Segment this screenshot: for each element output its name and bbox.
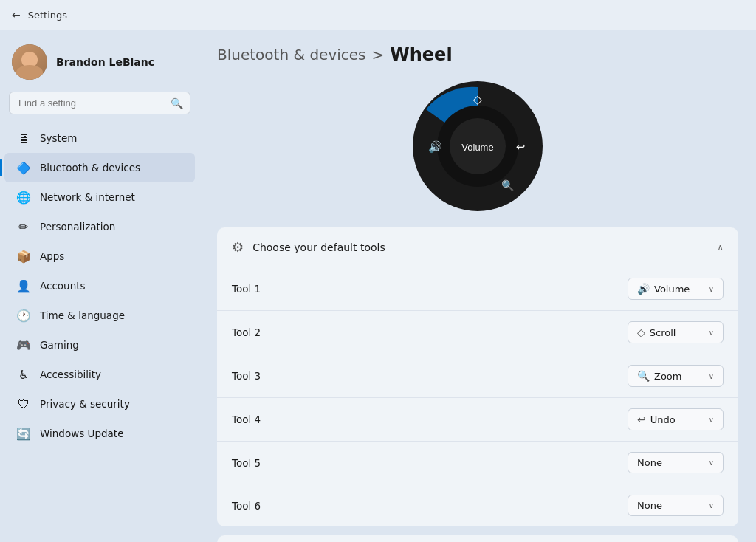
sidebar-item-accounts[interactable]: 👤 Accounts (4, 271, 195, 301)
tool-2-value: Scroll (650, 327, 676, 338)
tool-row-2: Tool 2 ◇ Scroll ∨ (217, 310, 738, 354)
sidebar-item-personalization[interactable]: ✏️ Personalization (4, 212, 195, 241)
tools-card: ⚙ Choose your default tools ∧ Tool 1 🔊 V… (217, 227, 738, 526)
sidebar-item-accessibility[interactable]: ♿ Accessibility (4, 360, 195, 389)
sidebar: Brandon LeBlanc 🔍 🖥 System 🔷 Bluetooth &… (0, 30, 199, 542)
tool-4-chevron: ∨ (709, 416, 714, 424)
tool-4-icon: ↩ (637, 414, 646, 425)
search-box: 🔍 (9, 92, 190, 114)
tool-3-icon: 🔍 (637, 370, 650, 382)
tools-header-left: ⚙ Choose your default tools (232, 239, 385, 255)
breadcrumb-parent: Bluetooth & devices (217, 46, 366, 64)
svg-text:Volume: Volume (461, 142, 493, 153)
tool-row-6: Tool 6 None ∨ (217, 484, 738, 526)
tool-5-value: None (637, 457, 662, 468)
personalization-icon: ✏️ (16, 219, 31, 234)
sidebar-label-windows-update: Windows Update (40, 428, 123, 439)
sidebar-item-gaming[interactable]: 🎮 Gaming (4, 330, 195, 360)
network-icon: 🌐 (16, 190, 31, 205)
sidebar-item-time[interactable]: 🕐 Time & language (4, 301, 195, 330)
tool-3-select[interactable]: 🔍 Zoom ∨ (628, 365, 724, 387)
windows-update-icon: 🔄 (16, 426, 31, 441)
main-layout: Brandon LeBlanc 🔍 🖥 System 🔷 Bluetooth &… (0, 30, 756, 542)
tool-6-select-inner: None (637, 500, 662, 511)
breadcrumb: Bluetooth & devices > Wheel (217, 44, 738, 65)
tools-header-icon: ⚙ (232, 239, 244, 255)
tool-3-select-inner: 🔍 Zoom (637, 370, 681, 382)
tool-5-chevron: ∨ (709, 459, 714, 467)
accounts-icon: 👤 (16, 278, 31, 293)
sidebar-label-accessibility: Accessibility (40, 368, 101, 380)
avatar (12, 44, 47, 80)
back-button[interactable]: ← (12, 9, 21, 21)
vibrate-card: Vibrate wheel when turning On (217, 535, 738, 542)
tools-card-body: Tool 1 🔊 Volume ∨ Tool 2 ◇ (217, 267, 738, 526)
sidebar-item-network[interactable]: 🌐 Network & internet (4, 182, 195, 212)
sidebar-label-personalization: Personalization (40, 221, 115, 233)
search-input[interactable] (9, 92, 190, 114)
sidebar-label-accounts: Accounts (40, 280, 86, 292)
apps-icon: 📦 (16, 249, 31, 264)
tool-2-icon: ◇ (637, 326, 645, 338)
svg-text:↩: ↩ (516, 140, 526, 154)
tool-6-chevron: ∨ (709, 501, 714, 510)
search-icon: 🔍 (171, 97, 183, 109)
tool-5-select-inner: None (637, 457, 662, 468)
tool-4-value: Undo (650, 414, 676, 425)
system-icon: 🖥 (16, 131, 31, 145)
user-profile[interactable]: Brandon LeBlanc (0, 38, 199, 92)
sidebar-label-privacy: Privacy & security (40, 398, 130, 410)
bluetooth-icon: 🔷 (16, 160, 31, 175)
svg-text:◇: ◇ (473, 92, 483, 106)
user-name: Brandon LeBlanc (56, 56, 154, 68)
sidebar-item-system[interactable]: 🖥 System (4, 123, 195, 153)
collapse-icon: ∧ (717, 242, 724, 253)
tool-4-select-inner: ↩ Undo (637, 414, 676, 425)
content-area: Bluetooth & devices > Wheel Volume ◇ (199, 30, 756, 542)
tool-6-value: None (637, 500, 662, 511)
tool-5-select[interactable]: None ∨ (628, 452, 724, 473)
tool-4-select[interactable]: ↩ Undo ∨ (628, 408, 724, 430)
tool-2-label: Tool 2 (232, 326, 261, 338)
tool-6-select[interactable]: None ∨ (628, 495, 724, 516)
wheel-svg: Volume ◇ 🔊 ↩ 🔍 (411, 80, 544, 213)
sidebar-label-time: Time & language (40, 309, 125, 321)
tools-card-header[interactable]: ⚙ Choose your default tools ∧ (217, 227, 738, 267)
sidebar-item-apps[interactable]: 📦 Apps (4, 241, 195, 271)
sidebar-item-windows-update[interactable]: 🔄 Windows Update (4, 419, 195, 448)
sidebar-item-privacy[interactable]: 🛡 Privacy & security (4, 389, 195, 419)
tool-row-5: Tool 5 None ∨ (217, 441, 738, 484)
tool-2-select-inner: ◇ Scroll (637, 326, 676, 338)
tool-3-label: Tool 3 (232, 370, 261, 382)
tool-3-chevron: ∨ (709, 372, 714, 380)
tool-6-label: Tool 6 (232, 500, 261, 512)
tool-1-value: Volume (654, 284, 690, 295)
accessibility-icon: ♿ (16, 367, 31, 382)
sidebar-item-bluetooth[interactable]: 🔷 Bluetooth & devices (4, 153, 195, 182)
tool-row-1: Tool 1 🔊 Volume ∨ (217, 267, 738, 310)
breadcrumb-separator: > (372, 46, 385, 64)
page-title: Wheel (390, 44, 452, 65)
wheel-diagram: Volume ◇ 🔊 ↩ 🔍 (217, 80, 738, 213)
tool-4-label: Tool 4 (232, 414, 261, 425)
tool-row-4: Tool 4 ↩ Undo ∨ (217, 397, 738, 441)
tools-header-label: Choose your default tools (252, 241, 385, 253)
tool-1-select[interactable]: 🔊 Volume ∨ (628, 278, 724, 300)
tool-5-label: Tool 5 (232, 457, 261, 469)
tool-row-3: Tool 3 🔍 Zoom ∨ (217, 354, 738, 397)
svg-text:🔊: 🔊 (428, 140, 442, 154)
privacy-icon: 🛡 (16, 397, 31, 411)
title-bar: ← Settings (0, 0, 756, 30)
tool-2-select[interactable]: ◇ Scroll ∨ (628, 321, 724, 343)
tool-2-chevron: ∨ (709, 329, 714, 337)
tool-1-label: Tool 1 (232, 283, 261, 295)
tool-1-icon: 🔊 (637, 283, 650, 295)
title-bar-title: Settings (28, 10, 67, 21)
sidebar-label-gaming: Gaming (40, 339, 79, 351)
sidebar-label-system: System (40, 132, 77, 144)
svg-text:🔍: 🔍 (501, 179, 515, 192)
sidebar-label-bluetooth: Bluetooth & devices (40, 162, 140, 174)
tool-3-value: Zoom (654, 371, 681, 382)
time-icon: 🕐 (16, 308, 31, 323)
sidebar-label-apps: Apps (40, 250, 64, 262)
